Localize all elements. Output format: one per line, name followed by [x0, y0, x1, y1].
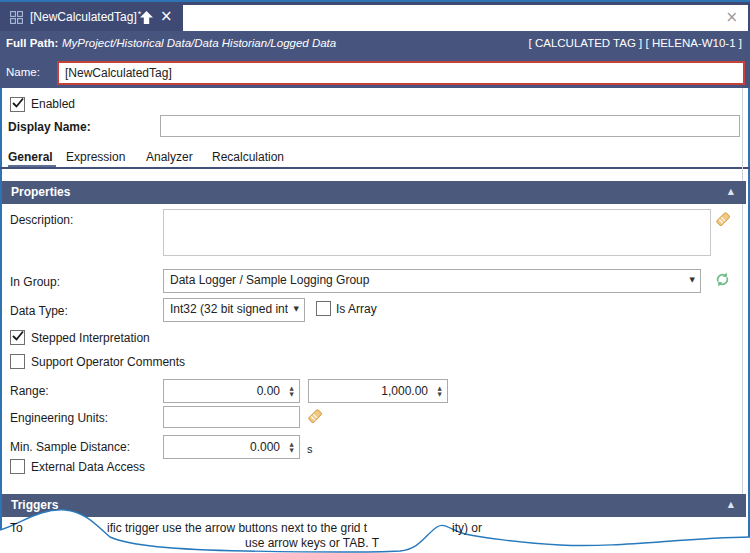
tab-title: [NewCalculatedTag] — [30, 10, 137, 24]
spin-down-icon[interactable]: ▼ — [289, 391, 293, 397]
min-sample-distance-value: 0.000 — [164, 436, 284, 458]
data-type-combobox[interactable]: Int32 (32 bit signed inte ▼ — [163, 298, 305, 322]
range-min-spinner[interactable]: 0.00 ▲▼ — [163, 379, 300, 403]
range-min-spin-buttons[interactable]: ▲▼ — [284, 380, 299, 402]
tag-tiles-icon — [10, 11, 23, 27]
tab-strip-empty-area: × — [183, 5, 748, 33]
tab-recalculation[interactable]: Recalculation — [212, 150, 284, 164]
full-path-bar: Full Path: MyProject/Historical Data/Dat… — [0, 31, 750, 57]
spin-down-icon[interactable]: ▼ — [289, 447, 293, 453]
spin-down-icon[interactable]: ▼ — [437, 391, 441, 397]
in-group-dropdown-icon[interactable]: ▼ — [690, 276, 695, 284]
name-input[interactable] — [57, 61, 745, 85]
triggers-collapse-icon[interactable]: ▲ — [728, 500, 734, 510]
tab-separator — [0, 167, 750, 169]
navigate-up-icon[interactable] — [139, 10, 154, 28]
triggers-help-fragment: use arrow keys or TAB. T — [245, 536, 379, 550]
min-sample-distance-unit: s — [307, 443, 313, 455]
min-sample-spin-buttons[interactable]: ▲▼ — [284, 436, 299, 458]
close-panel-icon[interactable]: × — [725, 8, 738, 26]
data-type-label: Data Type: — [10, 304, 68, 318]
triggers-title: Triggers — [11, 498, 58, 512]
in-group-label: In Group: — [10, 275, 60, 289]
description-label: Description: — [10, 213, 73, 227]
tab-analyzer[interactable]: Analyzer — [146, 150, 193, 164]
display-name-input[interactable] — [160, 115, 740, 137]
enabled-checkbox[interactable] — [10, 97, 25, 112]
tab-strip: [NewCalculatedTag]* × × — [0, 2, 750, 31]
data-type-value: Int32 (32 bit signed inte — [170, 302, 288, 316]
properties-title: Properties — [11, 185, 70, 199]
min-sample-distance-spinner[interactable]: 0.000 ▲▼ — [163, 435, 300, 459]
enabled-label: Enabled — [31, 97, 75, 111]
triggers-help-fragment: ific trigger use the arrow buttons next … — [107, 521, 367, 535]
range-max-spin-buttons[interactable]: ▲▼ — [432, 380, 447, 402]
range-max-spinner[interactable]: 1,000.00 ▲▼ — [308, 379, 448, 403]
tag-context-badges: [ CALCULATED TAG ] [ HELENA-W10-1 ] — [529, 37, 742, 49]
triggers-help-fragment: ity) or — [452, 521, 482, 535]
triggers-help-fragment: To — [10, 521, 23, 535]
is-array-label: Is Array — [336, 302, 377, 316]
properties-section-header[interactable]: Properties ▲ — [2, 181, 746, 204]
stepped-interpretation-label: Stepped Interpretation — [31, 331, 150, 345]
translate-tag-icon[interactable] — [715, 211, 731, 230]
tag-editor-window: [NewCalculatedTag]* × × Full Path: MyPro… — [0, 0, 750, 553]
external-data-access-label: External Data Access — [31, 460, 145, 474]
support-operator-comments-checkbox[interactable] — [10, 354, 25, 369]
in-group-value: Data Logger / Sample Logging Group — [170, 273, 369, 287]
close-tab-icon[interactable]: × — [160, 7, 173, 25]
full-path-value: MyProject/Historical Data/Data Historian… — [62, 37, 336, 49]
external-data-access-checkbox[interactable] — [10, 459, 25, 474]
data-type-dropdown-icon[interactable]: ▼ — [294, 305, 299, 313]
engineering-units-input[interactable] — [163, 406, 300, 428]
is-array-checkbox[interactable] — [316, 301, 331, 316]
stepped-interpretation-checkbox[interactable] — [10, 330, 25, 345]
content-right-edge — [742, 88, 743, 517]
in-group-combobox[interactable]: Data Logger / Sample Logging Group ▼ — [163, 269, 701, 293]
translate-tag-icon[interactable] — [307, 408, 323, 427]
support-operator-comments-label: Support Operator Comments — [31, 355, 185, 369]
tab-general[interactable]: General — [8, 150, 53, 164]
display-name-label: Display Name: — [8, 120, 91, 134]
name-label: Name: — [6, 66, 40, 78]
description-textarea[interactable] — [163, 209, 711, 256]
active-tab[interactable]: [NewCalculatedTag]* — [30, 10, 141, 24]
refresh-icon[interactable] — [714, 271, 731, 291]
tab-expression[interactable]: Expression — [66, 150, 125, 164]
properties-collapse-icon[interactable]: ▲ — [728, 187, 734, 197]
range-label: Range: — [10, 384, 49, 398]
triggers-section-header[interactable]: Triggers ▲ — [2, 494, 746, 517]
range-max-value: 1,000.00 — [309, 380, 432, 402]
full-path-label: Full Path: — [6, 37, 58, 49]
engineering-units-label: Engineering Units: — [10, 411, 108, 425]
min-sample-distance-label: Min. Sample Distance: — [10, 440, 130, 454]
range-min-value: 0.00 — [164, 380, 284, 402]
